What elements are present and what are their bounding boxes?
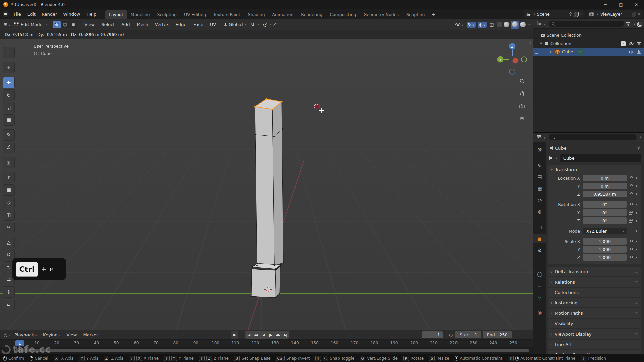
menu-render[interactable]: Render [39,10,60,18]
properties-search-input[interactable] [549,134,637,140]
scale-value-field[interactable]: 1.000 [583,246,627,253]
material-preview-button[interactable] [511,21,519,29]
expand-triangle-icon[interactable]: ▶ [549,50,553,53]
properties-tab-world[interactable]: ⊛ [533,207,546,216]
tool-poly-build[interactable]: △ [3,237,15,248]
tool-shrink-fatten[interactable]: ↕ [3,286,15,298]
viewport-menu-face[interactable]: Face [190,21,206,28]
menu-file[interactable]: File [11,10,24,18]
wireframe-shading-button[interactable] [497,22,502,27]
new-viewlayer-icon[interactable] [632,12,636,16]
timeline-menu-playback[interactable]: Playback∨ [11,331,40,339]
workspace-tab-layout[interactable]: Layout [105,10,127,19]
rendered-shading-button[interactable] [520,22,526,27]
panel-visibility[interactable]: ›Visibility∷∷ [548,319,641,328]
workspace-tab-scripting[interactable]: Scripting [402,10,429,19]
properties-tab-material[interactable]: ◉ [533,308,546,317]
animate-dot-icon[interactable] [636,193,637,195]
scene-selector[interactable]: ∨ Scene ✕ [524,10,585,18]
tool-inset-faces[interactable]: ▣ [3,184,15,196]
collapse-triangle-icon[interactable]: ▼ [539,42,543,45]
outliner-row-collection[interactable]: ▼ Collection ✓ [533,39,644,48]
tool-extrude-region[interactable]: ↥ [3,172,15,183]
animate-dot-icon[interactable] [636,230,637,232]
timeline-menu-view[interactable]: View [64,331,80,339]
jump-to-end-button[interactable]: ▶| [282,331,289,339]
mode-selector[interactable]: Edit Mode ∨ [12,21,50,28]
snap-controls[interactable]: ∨ [251,22,259,27]
new-scene-icon[interactable] [574,12,578,16]
scale-value-field[interactable]: 1.000 [583,238,627,245]
workspace-tab-uv-editing[interactable]: UV Editing [180,10,210,19]
camera-icon[interactable] [637,50,641,54]
workspace-tab-rendering[interactable]: Rendering [297,10,326,19]
menu-help[interactable]: Help [84,10,100,18]
viewlayer-selector[interactable]: ∨ ViewLayer ✕ [587,10,643,18]
animate-dot-icon[interactable] [636,249,637,250]
lock-icon[interactable] [629,212,632,215]
prev-keyframe-button[interactable]: ◀◆ [252,331,260,339]
lock-icon[interactable] [629,249,632,251]
properties-tab-tool[interactable]: ⚒ [533,145,546,154]
new-collection-icon[interactable] [637,22,642,26]
outliner-editor-type-icon[interactable]: ∨ [536,21,547,27]
viewport-menu-add[interactable]: Add [118,21,133,28]
lock-icon[interactable] [629,178,632,180]
timeline-scrollbar[interactable] [15,349,529,352]
panel-collections[interactable]: ›Collections∷∷ [548,288,641,297]
animate-dot-icon[interactable] [636,241,637,242]
timeline-menu-marker[interactable]: Marker [80,331,101,339]
viewport-menu-edge[interactable]: Edge [172,21,190,28]
navigation-gizmo[interactable]: Z Y [495,43,529,76]
workspace-tab-modeling[interactable]: Modeling [127,10,154,19]
properties-tab-particles[interactable]: ∴ [533,258,546,266]
panel-custom-properties[interactable]: ›Custom Properties∷∷ [548,350,641,354]
properties-tab-object[interactable]: ◼ [533,234,546,243]
timeline-editor-type-icon[interactable]: ◷∨ [3,331,11,338]
collection-checkbox[interactable]: ✓ [621,41,626,46]
tool-add-cube[interactable]: ⊞ [3,157,15,168]
outliner-row-scene-collection[interactable]: Scene Collection [533,31,644,39]
visibility-dropdown[interactable]: ∨ [454,21,465,28]
tool-shear[interactable]: ▱ [3,299,15,310]
play-reverse-button[interactable]: ◀ [260,331,267,339]
face-select-button[interactable] [69,21,77,28]
viewport-menu-uv[interactable]: UV [207,21,219,28]
region-collapse-icon[interactable]: ‹ [529,40,531,45]
properties-tab-physics[interactable]: ◯ [533,269,546,278]
current-frame-field[interactable]: 1 [422,331,443,338]
properties-tab-object-data[interactable]: ▽ [533,293,546,302]
pan-hand-icon[interactable] [517,89,527,98]
menu-window[interactable]: Window [60,10,83,18]
use-preview-range-icon[interactable]: ◷ [448,331,454,338]
lock-icon[interactable] [629,194,632,196]
tool-loop-cut[interactable]: ◫ [3,209,15,221]
maximize-button[interactable]: □ [613,0,629,9]
timeline-menu-keying[interactable]: Keying∨ [40,331,64,339]
properties-tab-modifiers[interactable]: ⚙ [533,246,546,255]
animate-dot-icon[interactable] [636,204,637,205]
workspace-tab-sculpting[interactable]: Sculpting [154,10,180,19]
next-keyframe-button[interactable]: ◆▶ [274,331,282,339]
pin-icon[interactable] [568,12,572,16]
tool-spin[interactable]: ↺ [3,249,15,260]
lock-icon[interactable] [629,241,632,243]
properties-tab-output[interactable]: ▤ [533,172,546,181]
zoom-icon[interactable] [517,76,527,86]
animate-dot-icon[interactable] [636,257,637,258]
tool-bevel[interactable]: ◇ [3,197,15,208]
panel-delta-transform[interactable]: ›Delta Transform∷∷ [548,267,641,276]
workspace-tab-texture-paint[interactable]: Texture Paint [210,10,244,19]
show-overlays-toggle[interactable]: ◎∨ [478,22,487,28]
lock-icon[interactable] [629,186,632,188]
properties-tab-view-layer[interactable]: ▦ [533,184,546,193]
ortho-grid-icon[interactable]: ⊞ [517,114,527,123]
tool-annotate[interactable]: ✎ [3,129,15,141]
minimize-button[interactable]: ─ [598,0,613,9]
vertex-select-button[interactable] [53,21,61,28]
panel-viewport-display[interactable]: ›Viewport Display∷∷ [548,329,641,339]
animate-dot-icon[interactable] [636,212,637,214]
outliner-search-input[interactable] [549,21,624,27]
id-type-selector[interactable]: ∨ [548,155,559,161]
rotation-value-field[interactable]: 0° [583,209,627,216]
